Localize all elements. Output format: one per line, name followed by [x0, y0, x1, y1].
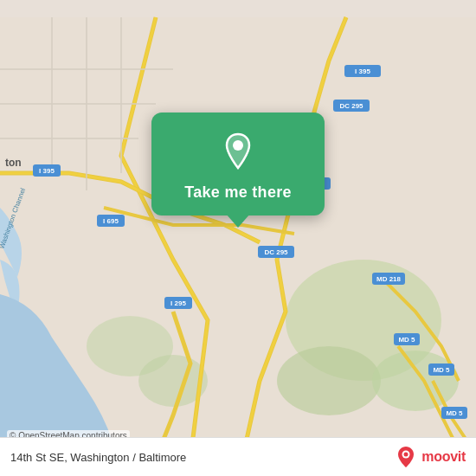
moovit-name: moovit: [421, 449, 466, 465]
address-text: 14th St SE, Washington / Baltimore: [10, 451, 186, 464]
moovit-icon-svg: [394, 445, 418, 469]
take-me-there-label: Take me there: [184, 183, 292, 202]
svg-point-3: [372, 351, 459, 411]
bottom-bar: 14th St SE, Washington / Baltimore moovi…: [0, 437, 476, 476]
location-pin-icon: [215, 128, 261, 175]
svg-point-38: [404, 453, 408, 457]
moovit-logo: moovit: [394, 445, 466, 469]
svg-text:ton: ton: [5, 157, 22, 169]
svg-text:MD 5: MD 5: [398, 336, 415, 344]
svg-point-36: [233, 140, 243, 151]
svg-text:I 395: I 395: [39, 167, 55, 175]
svg-text:I 695: I 695: [103, 217, 119, 225]
map-background: Washington Channel I 395 I 695 DC 295 I …: [0, 0, 476, 476]
svg-text:DC 295: DC 295: [339, 102, 363, 110]
svg-point-2: [277, 346, 381, 415]
svg-text:MD 5: MD 5: [446, 409, 463, 417]
svg-text:MD 5: MD 5: [433, 366, 450, 374]
svg-text:I 395: I 395: [355, 68, 370, 75]
svg-text:DC 295: DC 295: [264, 248, 288, 256]
take-me-there-button[interactable]: Take me there: [151, 113, 325, 215]
svg-text:I 295: I 295: [170, 299, 186, 307]
svg-text:MD 218: MD 218: [376, 275, 402, 283]
map-container: Washington Channel I 395 I 695 DC 295 I …: [0, 0, 476, 476]
